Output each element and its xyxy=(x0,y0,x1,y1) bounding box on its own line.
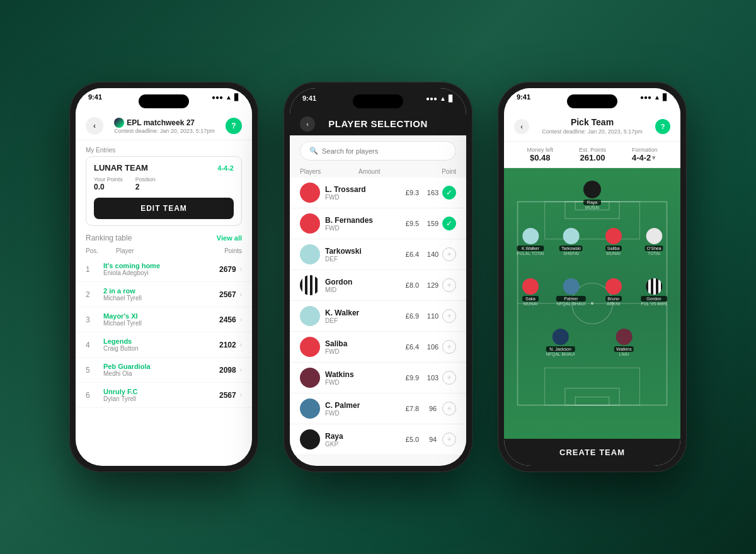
battery-icon-3: ▊ xyxy=(663,94,668,101)
fwd-1-spot[interactable]: N. Jackson NFQAL BHAUI xyxy=(546,329,575,356)
mid-2-spot[interactable]: Palmer NFQAL BHAUI xyxy=(556,278,585,306)
table-row[interactable]: 3 Mayor's XI Michael Tyrell 2456 › xyxy=(76,307,252,332)
mid-1-team: MUNAI xyxy=(522,302,539,306)
col-pos: Pos. xyxy=(86,247,98,254)
fwd-1-jersey xyxy=(553,329,569,345)
jersey-raya xyxy=(300,429,320,449)
list-item[interactable]: B. Fernandes FWD £9.5 159 ✓ xyxy=(290,208,466,239)
player-list: L. Trossard FWD £9.3 163 ✓ B. Fernandes … xyxy=(290,178,466,455)
p2-header: ‹ PLAYER SELECTION xyxy=(290,105,466,136)
list-item[interactable]: K. Walker DEF £6.9 110 + xyxy=(290,301,466,332)
p2-col-headers: Players Amount Point xyxy=(290,166,466,178)
p1-help-button[interactable]: ? xyxy=(226,118,242,134)
view-all-button[interactable]: View all xyxy=(217,234,242,242)
p3-title: Pick Team xyxy=(542,117,643,127)
jersey-saliba xyxy=(300,337,320,357)
p3-screen: 9:41 ●●● ▲ ▊ ‹ Pick Team Contest deadlin… xyxy=(504,88,680,466)
table-row[interactable]: 6 Unruly F.C Dylan Tyrell 2567 › xyxy=(76,383,252,408)
list-item[interactable]: C. Palmer FWD £7.8 96 + xyxy=(290,393,466,424)
fwd-1-name: N. Jackson xyxy=(546,346,575,352)
svg-rect-7 xyxy=(575,397,609,405)
money-left-label: Money left xyxy=(527,147,553,153)
list-item[interactable]: L. Trossard FWD £9.3 163 ✓ xyxy=(290,178,466,208)
list-item[interactable]: Raya GKP £5.0 94 + xyxy=(290,424,466,455)
p3-header: ‹ Pick Team Contest deadline: Jan 20, 20… xyxy=(504,103,680,142)
mid-3-jersey xyxy=(605,278,622,295)
mid-4-spot[interactable]: Gordon FUL VS AWS xyxy=(641,278,667,306)
formation-stat[interactable]: Formation 4-4-2 ▾ xyxy=(632,147,658,162)
signal-icon: ●●● xyxy=(212,94,223,101)
p3-back-button[interactable]: ‹ xyxy=(514,119,529,134)
gk-spot[interactable]: Raya MUNAI xyxy=(583,181,601,210)
team-name-row: LUNAR TEAM 4-4-2 xyxy=(94,163,234,172)
create-team-button[interactable]: CREATE TEAM xyxy=(504,439,680,466)
list-item[interactable]: Tarkowski DEF £6.4 140 + xyxy=(290,239,466,270)
player-add-button[interactable]: + xyxy=(442,402,456,416)
def-2-spot[interactable]: Tarkowski SHEFAI xyxy=(559,228,583,256)
def-4-jersey xyxy=(646,228,662,244)
list-item[interactable]: Gordon MID £8.0 129 + xyxy=(290,270,466,301)
list-item[interactable]: Saliba FWD £6.4 106 + xyxy=(290,332,466,363)
p2-title: PLAYER SELECTION xyxy=(328,118,427,129)
mid-2-jersey xyxy=(563,278,579,295)
player-add-button[interactable]: + xyxy=(442,371,456,385)
mid-1-spot[interactable]: Saka MUNAI xyxy=(522,278,539,306)
formation-select[interactable]: 4-4-2 ▾ xyxy=(632,153,658,162)
list-item[interactable]: Watkins FWD £9.9 103 + xyxy=(290,363,466,393)
phone-2: 9:41 ●●● ▲ ▊ ‹ PLAYER SELECTION 🔍 Player… xyxy=(284,82,472,472)
position-stat: Position 2 xyxy=(135,176,156,191)
player-add-button[interactable]: + xyxy=(442,340,456,354)
jersey-fernandes xyxy=(300,213,320,234)
wifi-icon-2: ▲ xyxy=(440,95,446,102)
def-4-team: TOTAI xyxy=(644,251,663,256)
table-row[interactable]: 1 It's coming home Eniola Adegboyi 2679 … xyxy=(76,257,252,282)
signal-icon-3: ●●● xyxy=(640,94,651,101)
player-add-button[interactable]: + xyxy=(442,309,456,323)
def-1-spot[interactable]: K.Walker FULAL TOTAI xyxy=(517,228,544,256)
jersey-watkins xyxy=(300,368,320,388)
player-selected-icon[interactable]: ✓ xyxy=(442,186,456,200)
p2-back-button[interactable]: ‹ xyxy=(300,116,315,132)
table-row[interactable]: 5 Peb Guardiola Medhi Ola 2098 › xyxy=(76,358,252,383)
battery-icon: ▊ xyxy=(234,94,239,101)
player-add-button[interactable]: + xyxy=(442,432,456,446)
svg-rect-6 xyxy=(565,388,619,405)
p3-title-wrap: Pick Team Contest deadline: Jan 20, 2023… xyxy=(542,117,643,136)
phone-1: 9:41 ●●● ▲ ▊ ‹ EPL matchweek 27 Contest … xyxy=(69,82,258,472)
status-icons-3: ●●● ▲ ▊ xyxy=(640,94,668,101)
table-row[interactable]: 2 2 in a row Michael Tyrell 2567 › xyxy=(76,282,252,307)
player-selected-icon[interactable]: ✓ xyxy=(442,217,456,230)
mid-3-spot[interactable]: Bruno ARKNI xyxy=(605,278,622,306)
search-input[interactable] xyxy=(322,147,409,155)
est-points-stat: Est. Points 261.00 xyxy=(579,147,606,162)
edit-team-button[interactable]: EDIT TEAM xyxy=(94,198,234,219)
fwd-2-name: Watkins xyxy=(614,346,634,352)
col-players: Players xyxy=(300,168,321,175)
p2-search-bar[interactable]: 🔍 xyxy=(300,141,456,161)
p1-back-button[interactable]: ‹ xyxy=(86,117,103,135)
position-label: Position xyxy=(135,176,156,183)
player-add-button[interactable]: + xyxy=(442,247,456,261)
def-3-spot[interactable]: Saliba MUNAI xyxy=(605,228,622,256)
jersey-walker xyxy=(300,306,320,326)
svg-rect-9 xyxy=(545,368,640,405)
def-4-spot[interactable]: O'Shea TOTAI xyxy=(644,228,663,256)
jersey-tarkowski xyxy=(300,244,320,264)
p3-deadline: Contest deadline: Jan 20, 2023, 5:17pm xyxy=(542,127,643,136)
player-add-button[interactable]: + xyxy=(442,278,456,292)
mid-4-jersey xyxy=(646,278,662,295)
table-row[interactable]: 4 Legends Craig Button 2102 › xyxy=(76,332,252,358)
def-3-name: Saliba xyxy=(605,246,622,251)
def-1-jersey xyxy=(522,228,539,244)
battery-icon-2: ▊ xyxy=(449,95,454,102)
ranking-title: Ranking table xyxy=(86,234,132,242)
col-amount: Amount xyxy=(358,168,380,175)
gk-team: MUNAI xyxy=(583,205,601,210)
team-name: LUNAR TEAM xyxy=(94,163,148,172)
points-label: Your Points xyxy=(94,176,123,183)
p3-help-button[interactable]: ? xyxy=(655,119,670,134)
def-1-team: FULAL TOTAI xyxy=(517,251,544,256)
points-value: 0.0 xyxy=(94,183,123,191)
table-header: Pos. Player Points xyxy=(76,245,252,257)
fwd-2-spot[interactable]: Watkins LNAI xyxy=(614,329,634,356)
